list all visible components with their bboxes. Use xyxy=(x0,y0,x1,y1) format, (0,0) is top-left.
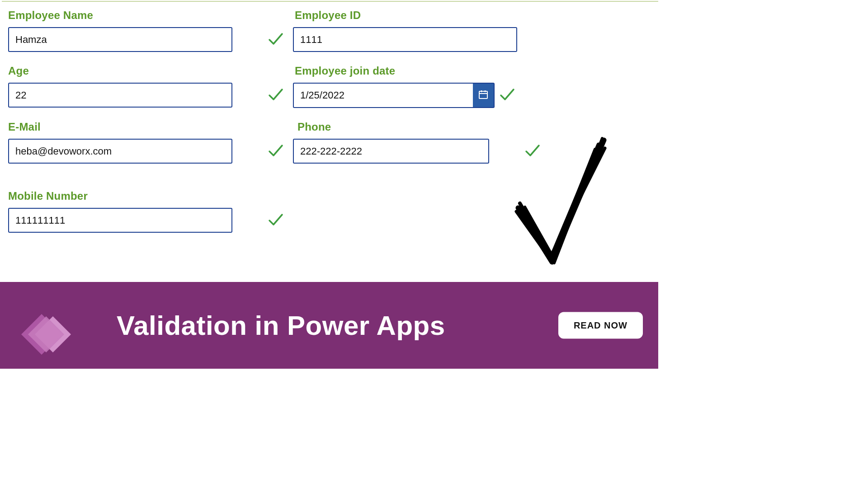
age-label: Age xyxy=(8,65,288,77)
employee-name-label: Employee Name xyxy=(8,9,288,22)
svg-marker-6 xyxy=(28,316,64,352)
mobile-label: Mobile Number xyxy=(8,190,288,202)
big-checkmark-icon xyxy=(509,136,613,276)
check-icon xyxy=(267,211,285,230)
check-icon xyxy=(267,141,285,161)
check-icon xyxy=(267,85,285,105)
email-input[interactable] xyxy=(8,139,232,164)
employee-id-field: Employee ID xyxy=(293,9,573,52)
read-now-button[interactable]: READ NOW xyxy=(558,312,643,339)
top-divider xyxy=(2,1,658,2)
email-label: E-Mail xyxy=(8,121,288,133)
employee-name-field: Employee Name xyxy=(8,9,288,52)
employee-id-label: Employee ID xyxy=(295,9,573,22)
banner-title: Validation in Power Apps xyxy=(117,310,550,341)
powerapps-logo-icon xyxy=(1,294,78,369)
age-field: Age xyxy=(8,65,288,108)
calendar-icon xyxy=(478,89,489,102)
svg-rect-0 xyxy=(479,91,487,99)
email-field: E-Mail xyxy=(8,121,288,164)
join-date-field: Employee join date xyxy=(293,65,573,108)
employee-name-input[interactable] xyxy=(8,27,232,52)
mobile-field: Mobile Number xyxy=(8,190,288,233)
join-date-input[interactable] xyxy=(293,83,473,108)
phone-input[interactable] xyxy=(293,139,489,164)
check-icon xyxy=(498,85,516,105)
calendar-button[interactable] xyxy=(473,83,495,108)
phone-label: Phone xyxy=(297,121,573,133)
check-icon xyxy=(267,30,285,50)
employee-id-input[interactable] xyxy=(293,27,517,52)
age-input[interactable] xyxy=(8,83,232,108)
mobile-input[interactable] xyxy=(8,208,232,233)
join-date-label: Employee join date xyxy=(295,65,573,77)
banner: Validation in Power Apps READ NOW xyxy=(0,282,658,369)
